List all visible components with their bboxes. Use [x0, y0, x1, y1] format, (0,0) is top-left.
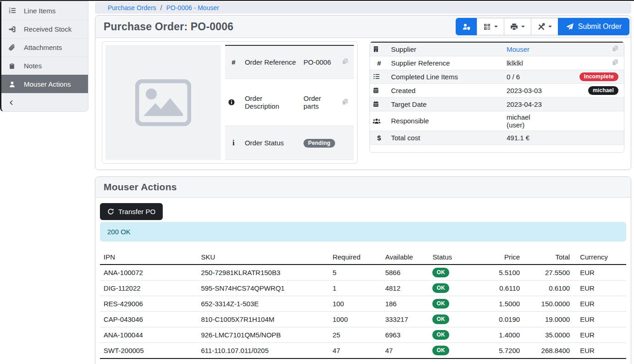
total-cost-row: $ Total cost 491.1 €	[370, 131, 624, 144]
purchase-order-page: 1 2 3 Line Items Received Stock	[0, 0, 634, 364]
sidebar-item-label: Line Items	[24, 7, 55, 15]
field-label: Target Date	[388, 97, 504, 111]
print-actions-button[interactable]	[504, 18, 531, 35]
svg-text:3: 3	[9, 11, 10, 14]
clipboard-icon	[7, 62, 17, 70]
ipn-cell: ANA-100072	[100, 265, 197, 281]
table-row: SWT-200005 611-110.107.011/0205 47 47 OK…	[100, 343, 626, 359]
created-date-value: 2023-03-03	[504, 83, 545, 97]
order-description-row: Order Description Order parts	[225, 79, 354, 126]
col-ipn: IPN	[100, 251, 197, 265]
price-cell: 5.7200	[474, 343, 524, 359]
price-cell: 0.0190	[474, 312, 524, 327]
paper-plane-icon	[566, 23, 574, 31]
footer-total-label: Total	[100, 358, 197, 364]
table-row: ANA-100072 250-72981KLRATR150B3 5 5866 O…	[100, 265, 626, 281]
breadcrumb-separator: /	[160, 4, 162, 11]
sidebar-item-line-items[interactable]: 1 2 3 Line Items	[1, 1, 88, 20]
po-toolbar: Submit Order	[456, 18, 629, 35]
sidebar-item-label: Received Stock	[24, 25, 72, 33]
transfer-po-label: Transfer PO	[118, 208, 155, 215]
sidebar: 1 2 3 Line Items Received Stock	[0, 1, 88, 112]
field-label: Created	[388, 83, 504, 97]
col-required: Required	[329, 251, 381, 265]
completed-line-items-row: Completed Line Items 0 / 6 Incomplete	[370, 70, 624, 83]
table-header-row: IPN SKU Required Available Status Price …	[100, 251, 626, 265]
available-cell: 4812	[381, 281, 429, 296]
price-cell: 1.5000	[474, 296, 524, 312]
sku-cell: 810-C1005X7R1H104M	[197, 312, 329, 327]
incomplete-badge: Incomplete	[579, 72, 618, 81]
total-cell: 19.0000	[524, 312, 573, 327]
price-cell: 5.5100	[474, 265, 524, 281]
order-details-box: # Order Reference PO-0006	[102, 41, 358, 164]
supplier-link[interactable]: Mouser	[507, 45, 529, 53]
po-panel-body: # Order Reference PO-0006	[95, 38, 631, 170]
sku-cell: 250-72981KLRATR150B3	[197, 265, 329, 281]
ipn-cell: RES-429006	[100, 296, 197, 312]
breadcrumb-po-link[interactable]: PO-0006 - Mouser	[166, 4, 219, 11]
currency-cell: EUR	[573, 312, 626, 327]
page-title: Purchase Order: PO-0006	[104, 21, 233, 33]
field-label: Order Status	[242, 126, 301, 160]
order-actions-button[interactable]	[531, 18, 558, 35]
table-row: CAP-043046 810-C1005X7R1H104M 1000 33321…	[100, 312, 626, 327]
col-price: Price	[474, 251, 524, 265]
sidebar-item-notes[interactable]: Notes	[1, 56, 88, 75]
sidebar-item-mouser-actions[interactable]: Mouser Actions	[1, 75, 88, 93]
users-icon	[373, 118, 386, 124]
ok-badge: OK	[432, 314, 449, 324]
transfer-po-button[interactable]: Transfer PO	[100, 203, 163, 220]
calendar-icon	[373, 100, 386, 108]
sidebar-collapse-button[interactable]	[1, 93, 88, 111]
currency-cell: EUR	[573, 265, 626, 281]
required-cell: 100	[329, 296, 381, 312]
available-cell: 6963	[381, 327, 429, 343]
tools-icon	[537, 23, 545, 31]
mouser-actions-title: Mouser Actions	[104, 182, 177, 193]
created-row: Created 2023-03-03 michael	[370, 83, 624, 97]
table-row: ANA-100044 926-LMC7101QM5/NOPB 25 6963 O…	[100, 327, 626, 343]
breadcrumb-purchase-orders-link[interactable]: Purchase Orders	[108, 4, 156, 11]
required-cell: 1	[329, 281, 381, 296]
ok-badge: OK	[432, 330, 449, 340]
sidebar-item-label: Attachments	[24, 44, 62, 51]
admin-view-button[interactable]	[456, 18, 477, 35]
user-icon	[7, 81, 17, 88]
submit-order-button[interactable]: Submit Order	[558, 18, 629, 35]
ipn-cell: DIG-112022	[100, 281, 197, 296]
mouser-actions-header: Mouser Actions	[95, 177, 631, 198]
line-items-table: IPN SKU Required Available Status Price …	[100, 251, 626, 364]
table-row: RES-429006 652-3314Z-1-503E 100 186 OK 1…	[100, 296, 626, 312]
required-cell: 47	[329, 343, 381, 359]
copy-icon[interactable]	[342, 58, 348, 65]
submit-order-label: Submit Order	[578, 22, 622, 31]
sku-cell: 926-LMC7101QM5/NOPB	[197, 327, 329, 343]
hashtag-icon: #	[232, 58, 235, 66]
currency-cell: EUR	[573, 281, 626, 296]
chevron-down-icon	[494, 26, 498, 29]
barcode-actions-button[interactable]	[477, 18, 504, 35]
copy-icon[interactable]	[612, 45, 618, 52]
ok-badge: OK	[432, 268, 449, 277]
ipn-cell: CAP-043046	[100, 312, 197, 327]
available-cell: 186	[381, 296, 429, 312]
purchase-order-panel: Purchase Order: PO-0006	[95, 15, 631, 170]
order-reference-value: PO-0006	[301, 45, 338, 79]
total-cell: 35.0000	[524, 327, 573, 343]
order-reference-row: # Order Reference PO-0006	[225, 45, 354, 79]
supplier-details-box: Supplier Mouser # Supplie	[369, 41, 624, 153]
copy-icon[interactable]	[342, 98, 348, 105]
breadcrumb: Purchase Orders / PO-0006 - Mouser	[95, 2, 631, 14]
sidebar-item-label: Mouser Actions	[24, 80, 71, 88]
sidebar-item-received-stock[interactable]: Received Stock	[1, 20, 88, 38]
refresh-icon	[107, 208, 114, 215]
total-cell: 27.5500	[524, 265, 573, 281]
copy-icon[interactable]	[612, 59, 618, 66]
user-badge: michael	[588, 86, 618, 95]
order-description-value: Order parts	[301, 79, 338, 126]
price-cell: 1.4000	[474, 327, 524, 343]
sidebar-item-attachments[interactable]: Attachments	[1, 38, 88, 56]
ok-badge: OK	[432, 299, 449, 309]
user-shield-icon	[462, 23, 471, 31]
